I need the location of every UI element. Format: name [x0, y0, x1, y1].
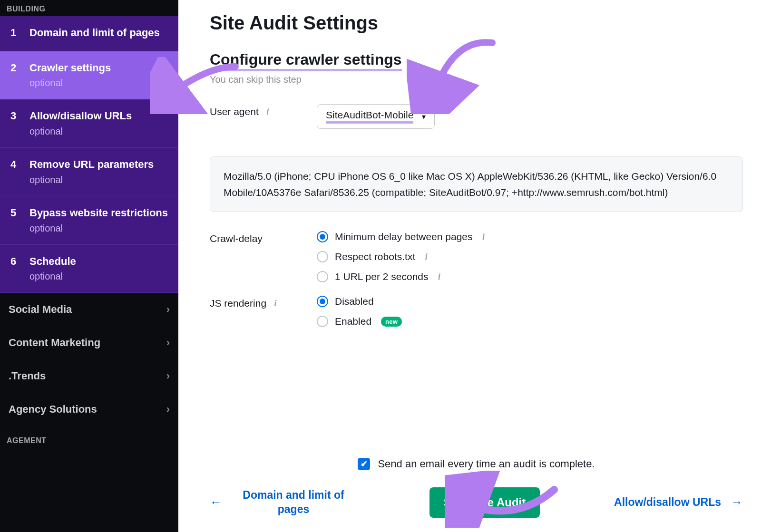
step-optional-label: optional [29, 223, 168, 234]
sidebar-item-agency-solutions[interactable]: Agency Solutions › [0, 393, 178, 426]
step-optional-label: optional [29, 271, 76, 282]
js-option-disabled[interactable]: Disabled [317, 296, 402, 307]
info-icon[interactable]: i [435, 272, 444, 281]
step-title: Crawler settings [29, 61, 111, 75]
option-label: Respect robots.txt [335, 251, 415, 262]
next-step-label: Allow/disallow URLs [614, 495, 721, 510]
email-checkbox[interactable]: ✔ [358, 458, 370, 470]
step-number: 2 [10, 61, 19, 76]
sidebar-item-label: .Trends [9, 370, 46, 382]
prev-step-label: Domain and limit of pages [232, 488, 355, 517]
step-title: Remove URL parameters [29, 157, 154, 172]
crawl-delay-label: Crawl-delay [210, 231, 317, 244]
step-optional-label: optional [29, 126, 132, 137]
chevron-right-icon: › [166, 303, 170, 316]
arrow-right-icon: → [731, 494, 743, 511]
user-agent-label: User agent i [210, 104, 317, 117]
user-agent-value: SiteAuditBot-Mobile [326, 109, 413, 124]
sidebar-item-content-marketing[interactable]: Content Marketing › [0, 326, 178, 359]
main-content: Site Audit Settings Configure crawler se… [178, 0, 761, 532]
sidebar: BUILDING 1 Domain and limit of pages 2 C… [0, 0, 178, 532]
radio-icon [317, 231, 328, 242]
step-schedule[interactable]: 6 Schedule optional [0, 245, 178, 293]
sidebar-item-label: Content Marketing [9, 337, 100, 349]
info-icon[interactable]: i [479, 232, 488, 241]
option-label: Disabled [335, 296, 374, 307]
crawl-delay-option-min[interactable]: Minimum delay between pages i [317, 231, 488, 242]
step-domain-limit[interactable]: 1 Domain and limit of pages [0, 16, 178, 51]
step-optional-label: optional [29, 77, 111, 88]
email-checkbox-label: Send an email every time an audit is com… [378, 458, 595, 470]
chevron-down-icon: ▾ [422, 112, 426, 121]
step-number: 5 [10, 206, 19, 221]
chevron-right-icon: › [166, 403, 170, 416]
wizard-steps: 1 Domain and limit of pages 2 Crawler se… [0, 16, 178, 293]
start-site-audit-button[interactable]: Start Site Audit [429, 487, 540, 518]
radio-icon [317, 251, 328, 262]
chevron-right-icon: › [166, 337, 170, 349]
annotation-arrow-icon [407, 33, 502, 114]
sidebar-section-management: AGEMENT [0, 426, 178, 448]
sidebar-item-social-media[interactable]: Social Media › [0, 293, 178, 326]
info-icon[interactable]: i [271, 299, 280, 308]
sidebar-item-label: Agency Solutions [9, 403, 97, 416]
radio-icon [317, 296, 328, 307]
step-remove-params[interactable]: 4 Remove URL parameters optional [0, 148, 178, 196]
crawl-delay-option-robots[interactable]: Respect robots.txt i [317, 251, 488, 262]
step-allow-disallow[interactable]: 3 Allow/disallow URLs optional [0, 99, 178, 148]
arrow-left-icon: ← [210, 494, 222, 511]
js-option-enabled[interactable]: Enabled new [317, 316, 402, 327]
step-crawler-settings[interactable]: 2 Crawler settings optional [0, 51, 178, 100]
step-title: Schedule [29, 254, 76, 269]
option-label: 1 URL per 2 seconds [335, 271, 429, 282]
step-number: 4 [10, 157, 19, 172]
sidebar-item-label: Social Media [9, 303, 72, 316]
js-rendering-label: JS rendering i [210, 296, 317, 309]
step-bypass-restrictions[interactable]: 5 Bypass website restrictions optional [0, 196, 178, 245]
crawl-delay-option-1per2s[interactable]: 1 URL per 2 seconds i [317, 271, 488, 282]
step-number: 3 [10, 109, 19, 124]
step-title: Bypass website restrictions [29, 206, 168, 220]
option-label: Minimum delay between pages [335, 231, 473, 242]
step-optional-label: optional [29, 174, 154, 185]
sidebar-section-building: BUILDING [0, 0, 178, 16]
chevron-right-icon: › [166, 370, 170, 382]
user-agent-select[interactable]: SiteAuditBot-Mobile ▾ [317, 104, 435, 129]
page-title: Site Audit Settings [210, 12, 743, 34]
prev-step-link[interactable]: ← Domain and limit of pages [210, 488, 355, 517]
info-icon[interactable]: i [422, 252, 430, 261]
sidebar-item-trends[interactable]: .Trends › [0, 359, 178, 393]
new-badge: new [381, 317, 402, 327]
radio-icon [317, 271, 328, 282]
step-title: Allow/disallow URLs [29, 109, 132, 123]
option-label: Enabled [335, 316, 371, 327]
section-title: Configure crawler settings [210, 51, 743, 68]
user-agent-string-display: Mozilla/5.0 (iPhone; CPU iPhone OS 6_0 l… [210, 156, 743, 212]
step-number: 6 [10, 254, 19, 269]
radio-icon [317, 316, 328, 327]
next-step-link[interactable]: Allow/disallow URLs → [614, 494, 743, 511]
step-number: 1 [10, 26, 19, 40]
skip-step-note: You can skip this step [210, 74, 743, 85]
info-icon[interactable]: i [263, 107, 272, 116]
step-title: Domain and limit of pages [29, 26, 160, 40]
